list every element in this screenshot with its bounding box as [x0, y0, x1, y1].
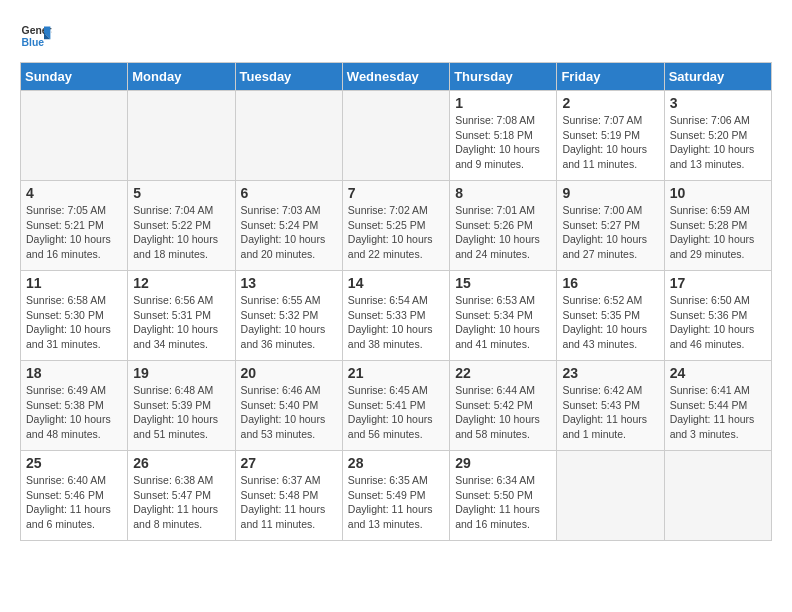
- weekday-header-wednesday: Wednesday: [342, 63, 449, 91]
- day-number: 6: [241, 185, 337, 201]
- calendar-cell: 18Sunrise: 6:49 AM Sunset: 5:38 PM Dayli…: [21, 361, 128, 451]
- calendar-header: SundayMondayTuesdayWednesdayThursdayFrid…: [21, 63, 772, 91]
- day-number: 22: [455, 365, 551, 381]
- calendar-cell: 29Sunrise: 6:34 AM Sunset: 5:50 PM Dayli…: [450, 451, 557, 541]
- day-info: Sunrise: 6:53 AM Sunset: 5:34 PM Dayligh…: [455, 293, 551, 352]
- calendar-cell: 12Sunrise: 6:56 AM Sunset: 5:31 PM Dayli…: [128, 271, 235, 361]
- day-number: 10: [670, 185, 766, 201]
- day-number: 14: [348, 275, 444, 291]
- day-info: Sunrise: 7:05 AM Sunset: 5:21 PM Dayligh…: [26, 203, 122, 262]
- day-info: Sunrise: 6:50 AM Sunset: 5:36 PM Dayligh…: [670, 293, 766, 352]
- day-number: 13: [241, 275, 337, 291]
- calendar-table: SundayMondayTuesdayWednesdayThursdayFrid…: [20, 62, 772, 541]
- calendar-cell: 15Sunrise: 6:53 AM Sunset: 5:34 PM Dayli…: [450, 271, 557, 361]
- calendar-cell: [557, 451, 664, 541]
- day-info: Sunrise: 6:58 AM Sunset: 5:30 PM Dayligh…: [26, 293, 122, 352]
- calendar-cell: 17Sunrise: 6:50 AM Sunset: 5:36 PM Dayli…: [664, 271, 771, 361]
- calendar-cell: 7Sunrise: 7:02 AM Sunset: 5:25 PM Daylig…: [342, 181, 449, 271]
- day-number: 5: [133, 185, 229, 201]
- day-info: Sunrise: 6:41 AM Sunset: 5:44 PM Dayligh…: [670, 383, 766, 442]
- day-number: 20: [241, 365, 337, 381]
- day-info: Sunrise: 6:59 AM Sunset: 5:28 PM Dayligh…: [670, 203, 766, 262]
- day-info: Sunrise: 6:49 AM Sunset: 5:38 PM Dayligh…: [26, 383, 122, 442]
- day-number: 16: [562, 275, 658, 291]
- weekday-header-tuesday: Tuesday: [235, 63, 342, 91]
- calendar-cell: 4Sunrise: 7:05 AM Sunset: 5:21 PM Daylig…: [21, 181, 128, 271]
- day-number: 23: [562, 365, 658, 381]
- calendar-week-2: 4Sunrise: 7:05 AM Sunset: 5:21 PM Daylig…: [21, 181, 772, 271]
- day-number: 18: [26, 365, 122, 381]
- day-info: Sunrise: 6:44 AM Sunset: 5:42 PM Dayligh…: [455, 383, 551, 442]
- calendar-body: 1Sunrise: 7:08 AM Sunset: 5:18 PM Daylig…: [21, 91, 772, 541]
- day-number: 25: [26, 455, 122, 471]
- calendar-cell: 26Sunrise: 6:38 AM Sunset: 5:47 PM Dayli…: [128, 451, 235, 541]
- calendar-cell: 13Sunrise: 6:55 AM Sunset: 5:32 PM Dayli…: [235, 271, 342, 361]
- day-info: Sunrise: 6:42 AM Sunset: 5:43 PM Dayligh…: [562, 383, 658, 442]
- day-info: Sunrise: 6:55 AM Sunset: 5:32 PM Dayligh…: [241, 293, 337, 352]
- calendar-week-1: 1Sunrise: 7:08 AM Sunset: 5:18 PM Daylig…: [21, 91, 772, 181]
- day-info: Sunrise: 7:04 AM Sunset: 5:22 PM Dayligh…: [133, 203, 229, 262]
- calendar-cell: 9Sunrise: 7:00 AM Sunset: 5:27 PM Daylig…: [557, 181, 664, 271]
- day-info: Sunrise: 6:56 AM Sunset: 5:31 PM Dayligh…: [133, 293, 229, 352]
- weekday-header-thursday: Thursday: [450, 63, 557, 91]
- day-number: 19: [133, 365, 229, 381]
- day-number: 15: [455, 275, 551, 291]
- calendar-cell: 5Sunrise: 7:04 AM Sunset: 5:22 PM Daylig…: [128, 181, 235, 271]
- svg-text:Blue: Blue: [22, 37, 45, 48]
- day-number: 29: [455, 455, 551, 471]
- day-info: Sunrise: 6:52 AM Sunset: 5:35 PM Dayligh…: [562, 293, 658, 352]
- day-info: Sunrise: 6:38 AM Sunset: 5:47 PM Dayligh…: [133, 473, 229, 532]
- calendar-cell: 1Sunrise: 7:08 AM Sunset: 5:18 PM Daylig…: [450, 91, 557, 181]
- day-info: Sunrise: 6:45 AM Sunset: 5:41 PM Dayligh…: [348, 383, 444, 442]
- day-number: 3: [670, 95, 766, 111]
- day-number: 4: [26, 185, 122, 201]
- calendar-cell: 21Sunrise: 6:45 AM Sunset: 5:41 PM Dayli…: [342, 361, 449, 451]
- calendar-cell: 23Sunrise: 6:42 AM Sunset: 5:43 PM Dayli…: [557, 361, 664, 451]
- day-number: 24: [670, 365, 766, 381]
- logo: General Blue: [20, 20, 56, 52]
- calendar-cell: [235, 91, 342, 181]
- day-info: Sunrise: 7:07 AM Sunset: 5:19 PM Dayligh…: [562, 113, 658, 172]
- day-info: Sunrise: 7:06 AM Sunset: 5:20 PM Dayligh…: [670, 113, 766, 172]
- day-number: 17: [670, 275, 766, 291]
- day-number: 7: [348, 185, 444, 201]
- day-info: Sunrise: 7:03 AM Sunset: 5:24 PM Dayligh…: [241, 203, 337, 262]
- day-info: Sunrise: 7:08 AM Sunset: 5:18 PM Dayligh…: [455, 113, 551, 172]
- calendar-cell: [342, 91, 449, 181]
- calendar-cell: 24Sunrise: 6:41 AM Sunset: 5:44 PM Dayli…: [664, 361, 771, 451]
- logo-icon: General Blue: [20, 20, 52, 52]
- day-info: Sunrise: 6:34 AM Sunset: 5:50 PM Dayligh…: [455, 473, 551, 532]
- calendar-cell: 28Sunrise: 6:35 AM Sunset: 5:49 PM Dayli…: [342, 451, 449, 541]
- day-info: Sunrise: 6:35 AM Sunset: 5:49 PM Dayligh…: [348, 473, 444, 532]
- calendar-cell: 3Sunrise: 7:06 AM Sunset: 5:20 PM Daylig…: [664, 91, 771, 181]
- weekday-header-friday: Friday: [557, 63, 664, 91]
- calendar-cell: 10Sunrise: 6:59 AM Sunset: 5:28 PM Dayli…: [664, 181, 771, 271]
- calendar-week-4: 18Sunrise: 6:49 AM Sunset: 5:38 PM Dayli…: [21, 361, 772, 451]
- day-info: Sunrise: 6:37 AM Sunset: 5:48 PM Dayligh…: [241, 473, 337, 532]
- calendar-cell: [664, 451, 771, 541]
- weekday-header-monday: Monday: [128, 63, 235, 91]
- calendar-week-3: 11Sunrise: 6:58 AM Sunset: 5:30 PM Dayli…: [21, 271, 772, 361]
- calendar-cell: 16Sunrise: 6:52 AM Sunset: 5:35 PM Dayli…: [557, 271, 664, 361]
- calendar-cell: 25Sunrise: 6:40 AM Sunset: 5:46 PM Dayli…: [21, 451, 128, 541]
- day-info: Sunrise: 7:01 AM Sunset: 5:26 PM Dayligh…: [455, 203, 551, 262]
- calendar-cell: 11Sunrise: 6:58 AM Sunset: 5:30 PM Dayli…: [21, 271, 128, 361]
- weekday-header-sunday: Sunday: [21, 63, 128, 91]
- calendar-cell: 22Sunrise: 6:44 AM Sunset: 5:42 PM Dayli…: [450, 361, 557, 451]
- day-number: 28: [348, 455, 444, 471]
- day-number: 9: [562, 185, 658, 201]
- weekday-header-saturday: Saturday: [664, 63, 771, 91]
- calendar-cell: 27Sunrise: 6:37 AM Sunset: 5:48 PM Dayli…: [235, 451, 342, 541]
- calendar-cell: 2Sunrise: 7:07 AM Sunset: 5:19 PM Daylig…: [557, 91, 664, 181]
- calendar-cell: 19Sunrise: 6:48 AM Sunset: 5:39 PM Dayli…: [128, 361, 235, 451]
- day-number: 26: [133, 455, 229, 471]
- header: General Blue: [20, 20, 772, 52]
- day-info: Sunrise: 6:48 AM Sunset: 5:39 PM Dayligh…: [133, 383, 229, 442]
- calendar-cell: 20Sunrise: 6:46 AM Sunset: 5:40 PM Dayli…: [235, 361, 342, 451]
- day-info: Sunrise: 6:54 AM Sunset: 5:33 PM Dayligh…: [348, 293, 444, 352]
- day-number: 1: [455, 95, 551, 111]
- day-info: Sunrise: 6:46 AM Sunset: 5:40 PM Dayligh…: [241, 383, 337, 442]
- day-info: Sunrise: 6:40 AM Sunset: 5:46 PM Dayligh…: [26, 473, 122, 532]
- calendar-cell: 14Sunrise: 6:54 AM Sunset: 5:33 PM Dayli…: [342, 271, 449, 361]
- day-number: 12: [133, 275, 229, 291]
